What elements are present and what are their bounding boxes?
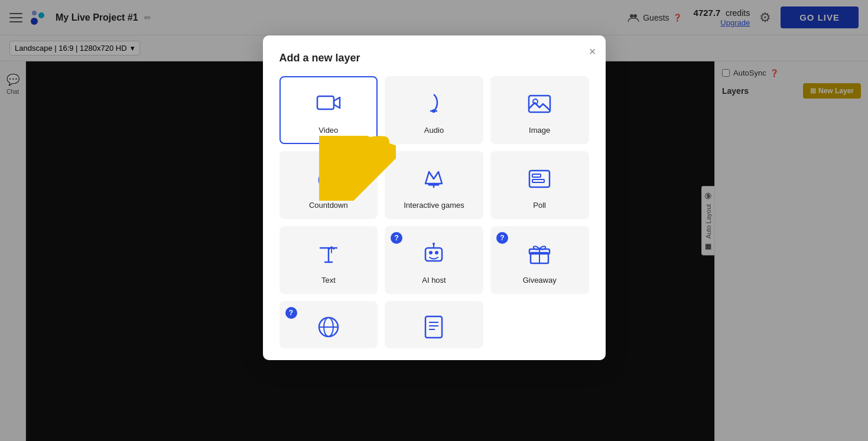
modal-overlay: Add a new layer × Video [0,0,868,441]
add-layer-modal: Add a new layer × Video [263,35,606,360]
poll-icon [526,164,552,194]
modal-close-button[interactable]: × [589,45,596,58]
layer-card-video[interactable]: Video [279,76,378,144]
layer-card-poll-label: Poll [533,201,546,210]
layer-card-document[interactable] [385,301,483,348]
layer-card-text[interactable]: Text [279,226,378,294]
layer-grid: Video Audio [279,76,589,294]
document-icon [421,314,447,340]
svg-point-19 [433,243,435,245]
layer-card-audio[interactable]: Audio [385,76,483,144]
audio-icon [421,89,447,119]
layer-card-countdown-label: Countdown [309,201,348,210]
layer-card-ai-host[interactable]: ? AI host [385,226,483,294]
svg-rect-13 [532,174,541,177]
layer-card-giveaway-label: Giveaway [523,276,557,285]
svg-rect-8 [529,96,550,112]
layer-card-ai-host-label: AI host [422,276,446,285]
layer-grid-row4: ? [279,301,589,348]
svg-rect-5 [317,96,334,109]
text-layer-icon [316,239,342,269]
interactive-games-icon [421,164,447,194]
layer-card-video-label: Video [318,126,338,135]
layer-card-audio-label: Audio [424,126,444,135]
image-icon [526,89,552,119]
ai-host-badge: ? [391,232,402,244]
giveaway-badge: ? [496,232,508,244]
svg-rect-26 [425,316,442,338]
giveaway-icon [526,239,552,269]
countdown-icon [316,164,342,194]
layer-card-text-label: Text [321,276,336,285]
layer-card-countdown[interactable]: Countdown [279,151,378,219]
globe-badge: ? [285,307,297,319]
video-icon [316,89,342,119]
modal-title: Add a new layer [279,52,589,64]
svg-rect-14 [532,179,544,182]
ai-host-icon [421,239,447,269]
layer-card-globe[interactable]: ? [279,301,378,348]
layer-card-poll[interactable]: Poll [490,151,589,219]
layer-card-interactive-games-label: Interactive games [404,201,464,210]
layer-card-image-label: Image [529,126,550,135]
layer-card-interactive-games[interactable]: Interactive games [385,151,483,219]
svg-point-17 [435,251,438,254]
globe-icon [316,314,342,340]
layer-card-giveaway[interactable]: ? Giveaway [490,226,589,294]
layer-card-image[interactable]: Image [490,76,589,144]
svg-point-16 [429,251,433,254]
